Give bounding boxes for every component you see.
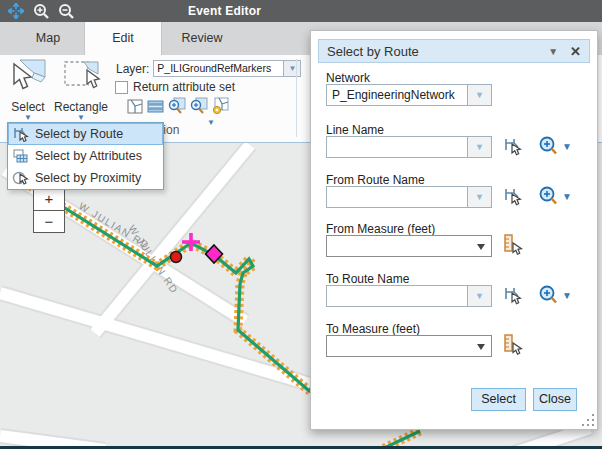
from-measure-pick-on-map-icon[interactable] (502, 234, 523, 256)
title-bar: Event Editor (0, 0, 602, 22)
dialog-title: Select by Route (319, 44, 548, 59)
to-route-combobox[interactable]: ▼ (326, 285, 492, 307)
select-by-route-dialog: Select by Route ▼ ✕ Network P_Engineerin… (310, 30, 598, 430)
road (0, 293, 330, 390)
layer-dropdown-caret[interactable]: ▼ (283, 61, 300, 76)
select-dropdown-caret[interactable]: ▼ (4, 114, 52, 122)
attributes-table-icon[interactable] (146, 97, 164, 115)
point-marker[interactable] (171, 252, 182, 263)
line-name-zoom-icon[interactable] (538, 135, 558, 156)
line-name-select-on-map-icon[interactable] (502, 136, 522, 156)
zoom-to-selection-icon[interactable] (166, 97, 186, 115)
dialog-collapse-caret-icon[interactable]: ▼ (548, 46, 558, 57)
layer-row: Layer: P_ILIGroundRefMarkers ▼ (116, 60, 301, 77)
line-name-combobox[interactable]: ▼ (326, 136, 492, 158)
menu-item-select-by-route[interactable]: Select by Route (8, 123, 163, 145)
from-route-dropdown-caret[interactable]: ▼ (467, 187, 491, 207)
from-route-zoom-icon[interactable] (538, 185, 558, 206)
to-measure-dropdown-caret[interactable] (477, 344, 485, 350)
select-by-route-icon (12, 126, 29, 142)
menu-item-label: Select by Proximity (35, 171, 141, 185)
selection-tools-row (126, 97, 232, 115)
select-dropdown-menu: Select by Route Select by Attributes Sel… (7, 122, 164, 190)
layer-value: P_ILIGroundRefMarkers (154, 61, 283, 76)
from-measure-label: From Measure (feet) (326, 222, 435, 236)
tab-edit[interactable]: Edit (84, 22, 162, 55)
selection-options-icon[interactable] (210, 97, 230, 115)
return-attribute-set-row[interactable]: Return attribute set (115, 80, 235, 94)
menu-item-select-by-attributes[interactable]: Select by Attributes (8, 145, 163, 167)
from-route-zoom-caret[interactable]: ▼ (562, 191, 572, 202)
menu-item-label: Select by Attributes (35, 149, 142, 163)
layer-label: Layer: (116, 62, 149, 76)
event-editor-window: Event Editor Map Edit Review Select ▼ Re… (0, 0, 602, 449)
select-by-attributes-icon (12, 148, 29, 164)
zoom-out-icon[interactable] (57, 2, 75, 20)
dialog-resize-grip[interactable] (582, 414, 594, 426)
select-features-icon[interactable] (126, 97, 144, 115)
zoom-out-glyph (58, 3, 75, 20)
rectangle-dropdown-caret[interactable]: ▼ (52, 114, 110, 122)
line-name-dropdown-caret[interactable]: ▼ (467, 137, 491, 157)
line-name-value (327, 137, 467, 157)
layer-combobox[interactable]: P_ILIGroundRefMarkers ▼ (153, 60, 301, 77)
pan-icon[interactable] (7, 2, 25, 20)
dialog-close-icon[interactable]: ✕ (570, 44, 581, 59)
to-route-zoom-caret[interactable]: ▼ (562, 290, 572, 301)
select-tool-icon (8, 58, 48, 94)
network-label: Network (326, 71, 370, 85)
return-attribute-set-checkbox[interactable] (115, 81, 128, 94)
to-measure-combobox[interactable] (326, 335, 492, 357)
zoom-to-feature-icon[interactable] (188, 97, 208, 115)
select-by-proximity-icon (12, 170, 29, 186)
map-zoom-in-button[interactable]: + (34, 188, 64, 211)
select-tool-label: Select (4, 100, 52, 114)
to-measure-pick-on-map-icon[interactable] (502, 334, 523, 356)
selection-options-caret[interactable]: ▼ (207, 119, 215, 127)
app-title: Event Editor (188, 0, 261, 22)
map-zoom-control: + − (33, 187, 65, 233)
menu-item-select-by-proximity[interactable]: Select by Proximity (8, 167, 163, 189)
to-route-select-on-map-icon[interactable] (502, 285, 522, 305)
tab-review[interactable]: Review (162, 22, 242, 55)
to-route-zoom-icon[interactable] (538, 284, 558, 305)
tab-map[interactable]: Map (12, 22, 84, 55)
to-route-dropdown-caret[interactable]: ▼ (467, 286, 491, 306)
menu-item-label: Select by Route (35, 127, 123, 141)
line-name-label: Line Name (326, 123, 384, 137)
network-value: P_EngineeringNetwork (327, 85, 467, 105)
pan-icon-glyph (8, 3, 24, 19)
map-zoom-out-button[interactable]: − (34, 211, 64, 233)
dialog-header[interactable]: Select by Route ▼ ✕ (318, 39, 590, 63)
rectangle-tool-label: Rectangle (52, 100, 110, 114)
rectangle-tool-icon (61, 58, 101, 94)
network-combobox[interactable]: P_EngineeringNetwork ▼ (326, 84, 492, 106)
from-measure-combobox[interactable] (326, 235, 492, 257)
to-route-label: To Route Name (326, 272, 409, 286)
ribbon-group-separator (296, 59, 297, 137)
close-button[interactable]: Close (533, 388, 577, 411)
line-name-zoom-caret[interactable]: ▼ (562, 141, 572, 152)
to-route-value (327, 286, 467, 306)
select-button[interactable]: Select (471, 388, 526, 411)
return-attribute-set-label: Return attribute set (133, 80, 235, 94)
zoom-in-icon[interactable] (32, 2, 50, 20)
zoom-in-glyph (33, 3, 50, 20)
from-route-value (327, 187, 467, 207)
from-route-label: From Route Name (326, 173, 425, 187)
network-dropdown-caret[interactable]: ▼ (467, 85, 491, 105)
from-route-select-on-map-icon[interactable] (502, 186, 522, 206)
from-measure-dropdown-caret[interactable] (477, 244, 485, 250)
to-measure-label: To Measure (feet) (326, 322, 420, 336)
from-route-combobox[interactable]: ▼ (326, 186, 492, 208)
